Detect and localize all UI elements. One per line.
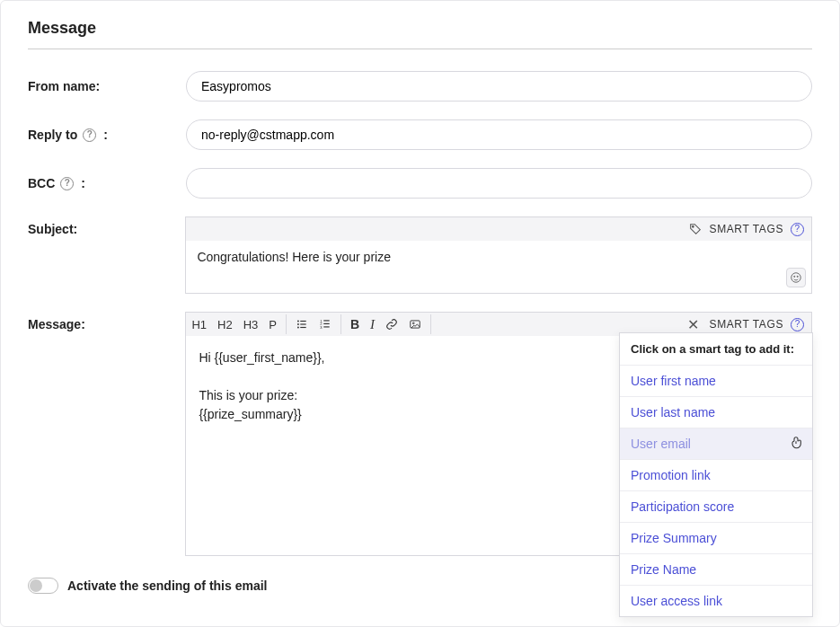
format-p-button[interactable]: P [263,313,282,336]
row-subject: Subject: SMART TAGS ? Congratulations! H… [28,216,812,294]
bcc-input[interactable] [186,168,812,199]
numbered-list-button[interactable]: 123 [314,313,337,336]
svg-rect-14 [323,323,329,324]
svg-text:3: 3 [320,325,323,330]
smart-tag-item[interactable]: User email [620,428,812,460]
svg-point-3 [797,276,798,277]
image-button[interactable] [403,313,427,336]
svg-rect-9 [300,327,305,328]
section-title: Message [28,19,812,38]
svg-point-6 [297,327,299,329]
close-icon[interactable]: ✕ [684,316,703,333]
label-from-name: From name: [28,79,186,93]
smart-tag-item[interactable]: User access link [620,586,812,616]
toolbar-separator [286,314,287,334]
row-bcc: BCC ? : [28,168,812,199]
smart-tags-panel: Click on a smart tag to add it: User fir… [619,332,813,617]
toolbar-separator [430,314,431,334]
svg-point-2 [794,276,795,277]
italic-button[interactable]: I [365,313,380,336]
subject-smart-tags-bar: SMART TAGS ? [186,217,811,241]
label-bcc-text: BCC [28,176,55,190]
svg-point-5 [297,323,299,325]
bold-button[interactable]: B [345,313,365,336]
activate-toggle[interactable] [28,578,58,594]
help-icon[interactable]: ? [83,128,96,142]
smart-tags-button[interactable]: SMART TAGS [710,223,783,235]
format-h3-button[interactable]: H3 [238,313,264,336]
toggle-knob [30,579,42,592]
subject-body: Congratulations! Here is your prize [186,241,811,293]
label-reply-to: Reply to ? : [28,128,186,142]
format-h1-button[interactable]: H1 [186,313,212,336]
svg-rect-8 [300,323,305,324]
svg-rect-7 [300,321,305,322]
svg-point-1 [791,273,801,283]
label-subject: Subject: [28,216,185,236]
smart-tag-item[interactable]: Promotion link [620,460,812,491]
svg-point-17 [412,322,414,324]
smart-tag-item[interactable]: Participation score [620,491,812,523]
format-h2-button[interactable]: H2 [212,313,238,336]
help-icon[interactable]: ? [791,223,804,236]
svg-rect-13 [323,320,329,321]
reply-to-input[interactable] [186,119,812,150]
smart-tag-item[interactable]: User first name [620,366,812,397]
help-icon[interactable]: ? [60,177,74,190]
label-bcc: BCC ? : [28,176,186,190]
subject-text[interactable]: Congratulations! Here is your prize [197,250,391,264]
from-name-input[interactable] [186,71,812,102]
tag-icon [688,222,703,236]
smart-tag-item[interactable]: Prize Name [620,554,812,586]
emoji-button[interactable] [786,268,806,287]
subject-box: SMART TAGS ? Congratulations! Here is yo… [185,216,812,294]
smart-tags-button[interactable]: SMART TAGS [710,318,783,331]
svg-point-4 [297,321,299,322]
svg-point-0 [692,226,694,228]
divider [28,49,812,49]
smart-tag-item[interactable]: User last name [620,397,812,428]
row-from-name: From name: [28,71,812,102]
svg-rect-15 [323,326,329,327]
message-card: Message From name: Reply to ? : BCC ? : … [0,0,840,627]
label-reply-to-text: Reply to [28,128,77,142]
toolbar-separator [340,314,341,334]
help-icon[interactable]: ? [791,318,804,331]
bullet-list-button[interactable] [290,313,314,336]
smart-tags-panel-header: Click on a smart tag to add it: [620,333,812,366]
label-message: Message: [28,312,185,331]
link-button[interactable] [380,313,403,336]
cursor-icon [789,435,803,449]
activate-label: Activate the sending of this email [67,578,268,593]
row-reply-to: Reply to ? : [28,119,812,150]
smart-tag-item[interactable]: Prize Summary [620,523,812,554]
